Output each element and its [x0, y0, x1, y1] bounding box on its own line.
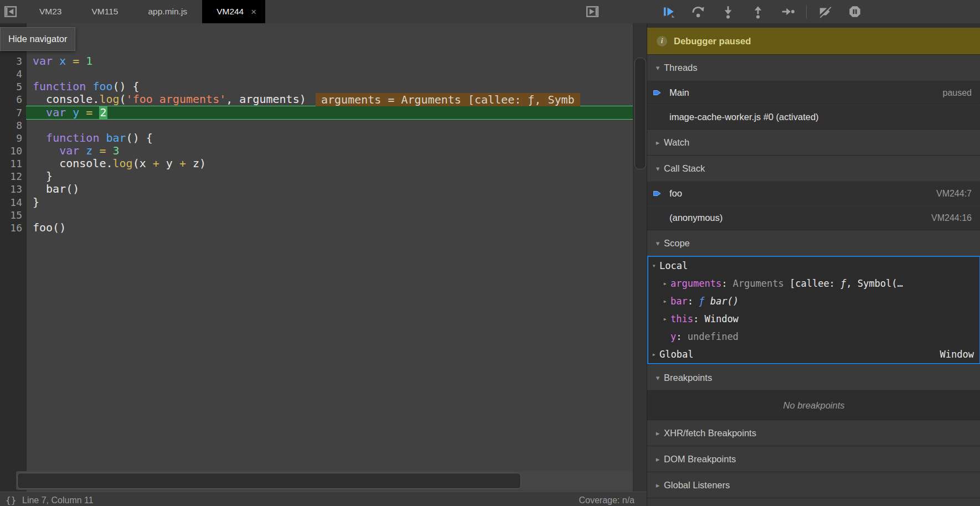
cursor-position-label: Line 7, Column 11	[22, 495, 94, 505]
list-item-image-cache-worker-js-0-activated-[interactable]: image-cache-worker.js #0 (activated)	[647, 105, 980, 129]
section-header-watch[interactable]: ▸Watch	[647, 129, 980, 155]
section-header-global-listeners[interactable]: ▸Global Listeners	[647, 472, 980, 498]
step-out-icon[interactable]	[751, 4, 765, 19]
code-line-12: }	[33, 170, 53, 183]
code-line-7: var y = 2	[33, 106, 107, 119]
code-token: }	[33, 169, 53, 183]
disclosure-expanded-icon[interactable]: ▾	[648, 262, 659, 270]
code-editor[interactable]: 345678910111213141516 arguments = Argume…	[0, 23, 647, 492]
tab-VM23[interactable]: VM23	[24, 0, 77, 23]
list-item-main[interactable]: Mainpaused	[647, 80, 980, 105]
section-header-threads[interactable]: ▾Threads	[647, 54, 980, 80]
scope-row[interactable]: ▸arguments: Arguments [callee: ƒ, Symbol…	[648, 275, 979, 292]
code-token: +	[153, 157, 159, 170]
property-name: arguments	[670, 278, 721, 289]
property-value: Local	[659, 260, 688, 271]
code-token: }	[33, 195, 39, 209]
code-token: foo()	[33, 221, 66, 234]
hide-navigator-button[interactable]	[3, 4, 18, 19]
scope-row[interactable]: ▸GlobalWindow	[648, 345, 979, 363]
disclosure-expanded-icon[interactable]: ▾	[652, 64, 664, 72]
editor-horizontal-scrollbar[interactable]	[16, 471, 633, 490]
step-into-icon[interactable]	[721, 4, 735, 19]
code-token: () {	[113, 80, 140, 93]
pause-on-exceptions-icon[interactable]	[848, 4, 862, 19]
code-token	[92, 144, 99, 157]
section-header-call-stack[interactable]: ▾Call Stack	[647, 155, 980, 181]
disclosure-collapsed-icon[interactable]: ▸	[659, 297, 670, 305]
toggle-debugger-sidebar-button[interactable]	[585, 4, 600, 19]
code-token	[53, 54, 59, 68]
list-item-foo[interactable]: fooVM244:7	[647, 181, 980, 205]
section-header-label: Global Listeners	[664, 480, 730, 490]
toggle-debugger-sidebar-icon	[585, 12, 600, 21]
code-token: var	[46, 106, 66, 119]
property-value: Arguments	[733, 278, 790, 289]
code-line-14: }	[33, 196, 39, 209]
property-value: :	[693, 313, 704, 324]
step-icon[interactable]	[781, 4, 795, 19]
property-value: :	[688, 296, 699, 307]
code-line-11: console.log(x + y + z)	[33, 157, 206, 170]
code-token: function	[33, 80, 86, 93]
resume-icon[interactable]	[661, 4, 675, 19]
tab-app.min.js[interactable]: app.min.js	[133, 0, 202, 23]
disclosure-expanded-icon[interactable]: ▾	[652, 374, 664, 382]
debugger-paused-banner: i Debugger paused	[647, 28, 980, 54]
scope-row[interactable]: ▾Local	[648, 257, 979, 275]
disclosure-expanded-icon[interactable]: ▾	[652, 239, 664, 247]
section-header-dom-breakpoints[interactable]: ▸DOM Breakpoints	[647, 446, 980, 472]
tooltip-text: Hide navigator	[8, 34, 67, 44]
code-token	[79, 106, 86, 119]
disclosure-collapsed-icon[interactable]: ▸	[652, 481, 664, 489]
code-token	[99, 131, 106, 144]
property-value: undefined	[688, 331, 739, 342]
disclosure-collapsed-icon[interactable]: ▸	[659, 280, 670, 287]
code-token: var	[33, 54, 53, 68]
code-token	[79, 54, 86, 68]
tab-VM244[interactable]: VM244×	[202, 0, 265, 23]
code-token: 1	[86, 54, 92, 68]
code-token: 'foo arguments'	[126, 92, 226, 106]
list-item--anonymous-[interactable]: (anonymous)VM244:16	[647, 205, 980, 230]
section-header-xhr-fetch-breakpoints[interactable]: ▸XHR/fetch Breakpoints	[647, 420, 980, 446]
disclosure-expanded-icon[interactable]: ▾	[652, 164, 664, 173]
tab-VM115[interactable]: VM115	[77, 0, 133, 23]
disclosure-collapsed-icon[interactable]: ▸	[652, 138, 664, 147]
scope-row[interactable]: ▸bar: ƒ bar()	[648, 292, 979, 310]
code-token: console.	[33, 92, 99, 106]
disclosure-collapsed-icon[interactable]: ▸	[648, 350, 659, 358]
deactivate-breakpoints-icon[interactable]	[818, 4, 832, 19]
property-value: , Symbol(…	[846, 278, 902, 289]
section-header-event-listener-breakpoints[interactable]: ▸Event Listener Breakpoints	[647, 498, 980, 506]
pretty-print-icon[interactable]: {}	[6, 495, 16, 505]
section-header-breakpoints[interactable]: ▾Breakpoints	[647, 364, 980, 390]
disclosure-collapsed-icon[interactable]: ▸	[659, 315, 670, 323]
coverage-label: Coverage: n/a	[579, 495, 635, 505]
tab-close-icon[interactable]: ×	[251, 7, 256, 17]
editor-tab-bar: VM23VM115app.min.jsVM244×	[0, 0, 980, 24]
code-token: (	[120, 92, 126, 106]
empty-state-label: No breakpoints	[647, 390, 980, 420]
horizontal-scrollbar-thumb[interactable]	[17, 473, 521, 489]
code-token	[33, 144, 59, 157]
code-token	[106, 144, 112, 157]
scope-right-value: Window	[940, 349, 974, 360]
section-header-label: XHR/fetch Breakpoints	[664, 428, 756, 438]
code-token	[86, 80, 92, 93]
scope-tree[interactable]: ▾Local▸arguments: Arguments [callee: ƒ, …	[647, 256, 980, 364]
scope-row[interactable]: ▸this: Window	[648, 310, 979, 328]
property-name: y	[670, 331, 676, 342]
editor-vertical-scrollbar[interactable]	[633, 23, 647, 492]
step-over-icon[interactable]	[691, 4, 705, 19]
item-right-label: VM244:16	[931, 213, 972, 223]
item-label: (anonymous)	[669, 213, 723, 223]
disclosure-collapsed-icon[interactable]: ▸	[652, 429, 664, 437]
code-line-3: var x = 1	[33, 55, 92, 68]
hide-navigator-icon	[3, 12, 18, 21]
vertical-scrollbar-thumb[interactable]	[635, 58, 646, 169]
scope-row[interactable]: y: undefined	[648, 328, 979, 345]
item-right-label: VM244:7	[936, 189, 972, 199]
section-header-scope[interactable]: ▾Scope	[647, 230, 980, 256]
disclosure-collapsed-icon[interactable]: ▸	[652, 455, 664, 463]
